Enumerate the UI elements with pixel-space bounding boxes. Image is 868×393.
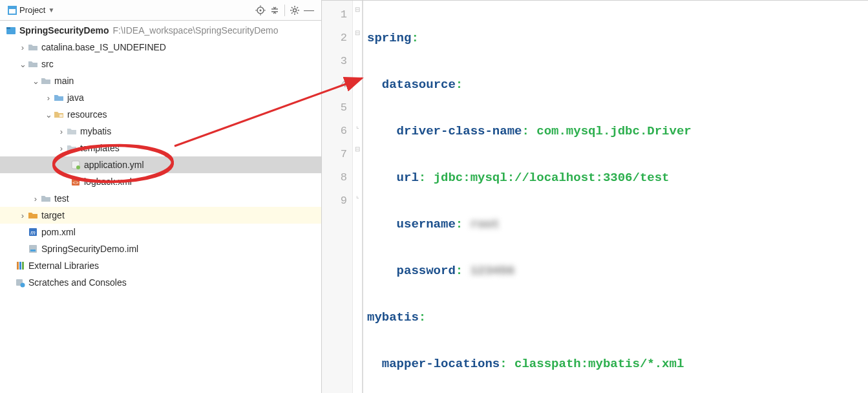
project-tree: SpringSecurityDemo F:\IDEA_workspace\Spr…: [0, 21, 321, 393]
tree-label: test: [54, 193, 69, 204]
fold-marker-icon[interactable]: ⊟: [353, 145, 362, 153]
tree-label: java: [67, 92, 84, 103]
folder-icon: [27, 42, 39, 52]
svg-rect-26: [29, 245, 37, 253]
folder-icon: [27, 59, 39, 69]
svg-line-14: [297, 12, 298, 14]
locate-icon[interactable]: [253, 3, 268, 17]
tree-item-main[interactable]: ⌄ main: [0, 72, 321, 89]
line-number: 7: [322, 143, 347, 166]
tree-item-external-libraries[interactable]: › External Libraries: [0, 257, 321, 274]
xml-file-icon: <>: [70, 176, 81, 187]
svg-rect-30: [22, 262, 24, 270]
project-panel-header: Project ▼ —: [0, 0, 321, 21]
chevron-down-icon: ⌄: [44, 110, 53, 120]
gear-icon[interactable]: [288, 3, 302, 17]
svg-line-13: [291, 7, 293, 8]
line-number: 4: [322, 73, 347, 96]
folder-icon: [40, 76, 52, 86]
chevron-down-icon: ⌄: [18, 59, 27, 69]
fold-end-icon: ⌞: [353, 192, 362, 199]
tree-label: catalina.base_IS_UNDEFINED: [41, 42, 166, 52]
tree-label: src: [41, 59, 54, 69]
tree-label: main: [54, 76, 74, 86]
tree-label: pom.xml: [41, 227, 76, 237]
module-icon: [5, 25, 17, 36]
svg-point-32: [21, 283, 25, 288]
module-file-icon: [27, 244, 39, 254]
scratches-icon: [14, 277, 26, 288]
line-number: 3: [322, 50, 347, 73]
svg-rect-19: [59, 114, 63, 117]
svg-text:m: m: [30, 229, 36, 236]
svg-point-3: [260, 9, 262, 11]
fold-gutter: ⊟ ⊟ ⌞ ⊟ ⌞: [353, 1, 362, 393]
line-number: 2: [322, 27, 347, 50]
tree-item-iml[interactable]: › SpringSecurityDemo.iml: [0, 240, 321, 257]
tree-item-logback-xml[interactable]: <> logback.xml: [0, 173, 321, 190]
tree-label: application.yml: [84, 160, 144, 170]
svg-rect-27: [30, 250, 36, 251]
tree-root[interactable]: SpringSecurityDemo F:\IDEA_workspace\Spr…: [0, 22, 321, 39]
libraries-icon: [14, 260, 26, 271]
line-number-gutter: 1 2 3 4 5 6 7 8 9: [322, 1, 353, 393]
tree-item-src[interactable]: ⌄ src: [0, 56, 321, 72]
tree-item-mybatis[interactable]: › mybatis: [0, 123, 321, 140]
project-panel-title: Project: [19, 5, 45, 15]
folder-icon: [40, 193, 52, 204]
resources-folder-icon: [53, 109, 65, 120]
tree-label: SpringSecurityDemo.iml: [41, 244, 138, 254]
svg-point-8: [293, 8, 297, 12]
svg-point-21: [76, 165, 80, 169]
tree-label: mybatis: [80, 126, 111, 136]
tree-item-resources[interactable]: ⌄ resources: [0, 106, 321, 123]
chevron-right-icon: ›: [57, 143, 66, 153]
project-view-icon: [5, 3, 19, 17]
yaml-file-icon: [70, 160, 81, 170]
tree-item-pom-xml[interactable]: › m pom.xml: [0, 224, 321, 240]
tree-item-templates[interactable]: › templates: [0, 140, 321, 156]
fold-marker-icon[interactable]: ⊟: [353, 6, 362, 13]
fold-marker-icon[interactable]: ⊟: [353, 29, 362, 36]
fold-end-icon: ⌞: [353, 122, 362, 129]
tree-label: External Libraries: [28, 260, 99, 271]
project-dropdown[interactable]: Project ▼: [19, 5, 54, 15]
svg-rect-18: [6, 27, 10, 29]
svg-text:<>: <>: [72, 180, 79, 186]
tree-label: Scratches and Consoles: [28, 277, 127, 288]
editor-area: C SecurityController.java × C MyWebSecur…: [322, 0, 868, 393]
maven-file-icon: m: [27, 227, 39, 237]
chevron-right-icon: ›: [31, 194, 40, 204]
tree-label: logback.xml: [84, 176, 132, 187]
line-number: 8: [322, 166, 347, 189]
code-content[interactable]: spring: datasource: driver-class-name: c…: [363, 1, 868, 393]
svg-rect-28: [17, 262, 19, 270]
tree-label: templates: [80, 143, 120, 153]
chevron-down-icon: ⌄: [31, 76, 40, 86]
tree-item-target[interactable]: › target: [0, 207, 321, 224]
line-number: 5: [322, 96, 347, 120]
chevron-right-icon: ›: [18, 43, 27, 52]
chevron-right-icon: ›: [57, 127, 66, 136]
tree-item-test[interactable]: › test: [0, 190, 321, 207]
line-number: 6: [322, 120, 347, 143]
tree-item-catalina[interactable]: › catalina.base_IS_UNDEFINED: [0, 39, 321, 56]
line-number: 1: [322, 3, 347, 27]
tree-root-label: SpringSecurityDemo: [19, 25, 109, 36]
project-panel: Project ▼ —: [0, 0, 322, 393]
chevron-down-icon: ▼: [48, 6, 54, 14]
source-folder-icon: [53, 92, 65, 103]
svg-rect-1: [8, 6, 16, 9]
tree-item-scratches[interactable]: › Scratches and Consoles: [0, 274, 321, 291]
folder-icon: [66, 126, 78, 136]
collapse-all-icon[interactable]: [268, 3, 282, 17]
tree-item-java[interactable]: › java: [0, 89, 321, 106]
code-editor[interactable]: 1 2 3 4 5 6 7 8 9 ⊟ ⊟ ⌞ ⊟ ⌞: [322, 1, 868, 393]
excluded-folder-icon: [27, 210, 39, 220]
tree-label: target: [41, 210, 65, 220]
tree-label: resources: [67, 109, 107, 120]
hide-panel-icon[interactable]: —: [302, 3, 316, 17]
tree-item-application-yml[interactable]: application.yml: [0, 156, 321, 173]
svg-rect-29: [19, 262, 21, 270]
svg-line-16: [297, 7, 298, 8]
